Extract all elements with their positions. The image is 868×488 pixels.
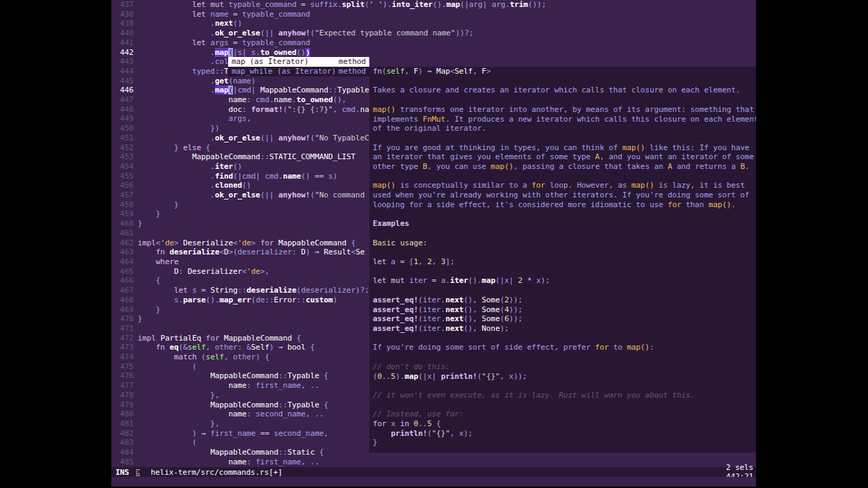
token: iter xyxy=(450,276,468,285)
token: >, xyxy=(260,267,269,276)
token: FnMut xyxy=(423,115,446,124)
line-number: 438 xyxy=(111,10,134,19)
doc-line xyxy=(373,172,756,181)
code-text: name: first_name, .. xyxy=(138,381,319,391)
code-line[interactable]: 441 let args = typable_command xyxy=(111,38,756,48)
token: args, xyxy=(138,114,251,123)
token: |cmd| xyxy=(233,86,260,95)
token: MappableCommand xyxy=(210,400,278,409)
token: fn xyxy=(156,247,165,257)
completion-item[interactable]: map_while (as Iterator)method xyxy=(228,67,369,76)
code-line[interactable]: 438 let name = typable_command xyxy=(111,10,756,19)
token: suffix. xyxy=(305,0,341,9)
token: (|| xyxy=(260,29,278,38)
token xyxy=(138,152,192,161)
token: { xyxy=(319,371,328,380)
code-line[interactable]: 443 .col xyxy=(111,57,756,67)
code-line[interactable]: 439 .next() xyxy=(111,19,756,29)
token: cloned xyxy=(215,181,242,190)
token: parse xyxy=(183,295,206,304)
token: (|x| xyxy=(495,276,518,285)
selection: |s| s. xyxy=(233,48,260,57)
token: } xyxy=(373,438,378,447)
doc-line xyxy=(373,267,756,277)
token: }) xyxy=(138,124,219,133)
token: (|cmd| cmd. xyxy=(233,172,283,181)
doc-line: fn(self, F) → Map<Self, F> xyxy=(373,67,756,76)
token: Typable xyxy=(287,400,319,409)
line-number: 483 xyxy=(111,438,134,448)
token: let xyxy=(373,257,387,266)
token: for xyxy=(206,334,220,343)
token: , you can use xyxy=(427,162,490,171)
token: a xyxy=(387,257,401,266)
token: } xyxy=(138,305,161,314)
doc-line: assert_eq!(iter.next(), None); xyxy=(373,324,756,334)
token: ) xyxy=(138,429,201,438)
token: na xyxy=(360,105,369,114)
token: an iterator that gives you elements of s… xyxy=(373,152,595,161)
selection: to_owned xyxy=(260,48,296,57)
token: Typable xyxy=(287,371,319,380)
code-text: impl<'de> Deserialize<'de> for MappableC… xyxy=(138,238,355,248)
token: . xyxy=(745,162,750,171)
token: typable_command xyxy=(224,0,301,9)
line-number: 449 xyxy=(111,114,134,124)
line-number: 448 xyxy=(111,105,134,115)
code-text: s.parse().map_err(de::Error::custom) xyxy=(138,295,337,305)
code-text: } xyxy=(138,314,143,324)
token: Se xyxy=(355,247,364,257)
token: ) xyxy=(269,343,278,352)
token: name xyxy=(228,409,246,418)
mode-indicator: INS xyxy=(115,468,129,478)
line-number: 447 xyxy=(111,95,134,105)
token: MappableCommand xyxy=(278,238,346,247)
token: )); xyxy=(509,314,523,323)
completion-item[interactable]: map (as Iterator)method xyxy=(228,57,369,67)
token: for xyxy=(373,419,387,428)
line-number: 437 xyxy=(111,0,134,10)
line-number: 461 xyxy=(111,229,134,238)
token: ( xyxy=(138,362,197,371)
token: . xyxy=(138,172,215,181)
code-line[interactable]: 442 .map(|s| s.to_owned()) xyxy=(111,48,756,58)
helix-terminal: 437 let mut typable_command = suffix.spl… xyxy=(111,0,756,487)
completion-popup: map (as Iterator)methodmap_while (as Ite… xyxy=(228,57,369,76)
token: :: xyxy=(296,295,305,304)
token: :: xyxy=(260,152,269,161)
token xyxy=(138,257,156,266)
token: format! xyxy=(251,105,283,114)
doc-line: map() transforms one iterator into anoth… xyxy=(373,105,756,115)
token: Typable xyxy=(337,86,369,95)
token: // don't do this: xyxy=(373,362,450,371)
token: (). xyxy=(468,276,482,285)
token: , xyxy=(405,67,414,76)
code-text: MappableCommand::STATIC_COMMAND_LIST xyxy=(138,152,355,162)
token: .. xyxy=(382,372,391,381)
screen: { "colors": { "editor_bg": "#3b224c", "p… xyxy=(0,0,868,488)
token: is lazy, it is best xyxy=(654,181,744,190)
code-line[interactable]: 485 name: first_name, .. xyxy=(111,457,756,467)
line-number: 443 xyxy=(111,57,134,67)
token: "{}" xyxy=(482,372,500,381)
line-number: 460 xyxy=(111,219,134,229)
token: impl xyxy=(138,238,156,247)
token: second_name, xyxy=(269,429,328,438)
primary-selection: map xyxy=(215,86,229,95)
token: anyhow! xyxy=(278,133,310,143)
token: If you're doing some sort of side effect… xyxy=(373,343,595,352)
code-text: impl PartialEq for MappableCommand { xyxy=(138,334,301,343)
token: (iter. xyxy=(418,314,445,323)
token: match xyxy=(174,352,197,361)
token: (name) xyxy=(228,76,255,86)
token: map xyxy=(405,372,419,381)
token: : first_name, .. xyxy=(247,457,319,466)
token: next xyxy=(445,305,463,314)
doc-line: let a = [1, 2, 3]; xyxy=(373,257,756,267)
code-text: ( xyxy=(138,362,197,372)
code-line[interactable]: 440 .ok_or_else(|| anyhow!("Expected typ… xyxy=(111,29,756,38)
code-line[interactable]: 437 let mut typable_command = suffix.spl… xyxy=(111,0,756,10)
token: let xyxy=(192,10,206,19)
token: :: xyxy=(278,448,287,457)
token: { xyxy=(305,343,314,352)
